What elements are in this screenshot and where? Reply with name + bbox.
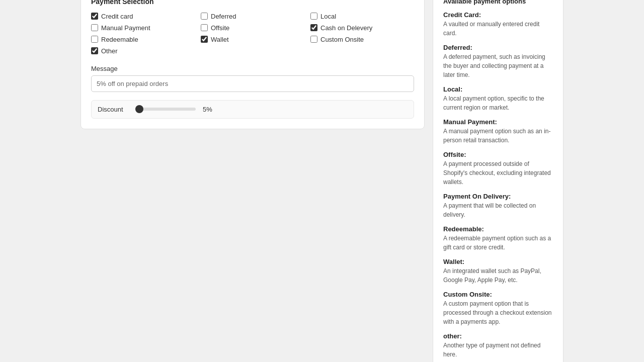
discount-label: Discount [98,106,130,113]
checkbox-label-deferred: Deferred [211,13,236,20]
checkbox-credit-card[interactable] [91,13,98,20]
slider-thumb[interactable] [135,105,143,113]
message-input[interactable] [91,75,414,92]
checkbox-item-offsite: Offsite [201,24,304,32]
checkbox-item-deferred: Deferred [201,13,304,20]
option-credit-card: Credit Card: A vaulted or manually enter… [443,11,553,38]
checkbox-other[interactable] [91,47,98,54]
option-desc-local: A local payment option, specific to the … [443,94,553,112]
right-card: Available payment options Credit Card: A… [433,0,564,362]
cards-row: Payment Selection Credit card Deferred [80,0,564,362]
checkbox-item-other: Other [91,47,195,55]
checkbox-item-wallet: Wallet [201,36,304,43]
option-name-wallet: Wallet: [443,258,553,265]
checkbox-item-custom-onsite: Custom Onsite [310,36,414,43]
page-container: ← Payment discount Deactive Update Payme… [0,0,644,362]
option-desc-other: Another type of payment not defined here… [443,341,553,359]
option-desc-payment-on-delivery: A payment that will be collected on deli… [443,201,553,219]
main-content: ← Payment discount Deactive Update Payme… [80,0,564,362]
option-desc-deferred: A deferred payment, such as invoicing th… [443,52,553,79]
checkbox-label-other: Other [101,47,118,55]
checkbox-item-credit-card: Credit card [91,13,195,20]
option-payment-on-delivery: Payment On Delivery: A payment that will… [443,193,553,219]
checkbox-item-redeemable: Redeemable [91,36,195,43]
option-desc-redeemable: A redeemable payment option such as a gi… [443,234,553,252]
message-label: Message [91,65,414,72]
left-card: Payment Selection Credit card Deferred [80,0,425,129]
checkbox-item-manual-payment: Manual Payment [91,24,195,32]
checkbox-label-credit-card: Credit card [101,13,133,20]
option-name-deferred: Deferred: [443,44,553,51]
discount-slider-track [135,108,196,111]
checkbox-label-cash-on-delivery: Cash on Delevery [320,24,372,32]
option-name-local: Local: [443,85,553,93]
option-name-redeemable: Redeemable: [443,225,553,233]
option-other: other: Another type of payment not defin… [443,332,553,359]
payment-selection-title: Payment Selection [91,0,414,6]
checkbox-offsite[interactable] [201,24,208,31]
checkbox-manual-payment[interactable] [91,24,98,31]
option-manual-payment: Manual Payment: A manual payment option … [443,118,553,145]
option-desc-manual-payment: A manual payment option such as an in-pe… [443,127,553,145]
checkbox-label-redeemable: Redeemable [101,36,138,43]
option-desc-credit-card: A vaulted or manually entered credit car… [443,20,553,38]
option-desc-wallet: An integrated wallet such as PayPal, Goo… [443,266,553,285]
checkbox-grid: Credit card Deferred Local [91,13,414,55]
checkbox-wallet[interactable] [201,36,208,43]
message-section: Message [91,65,414,92]
option-deferred: Deferred: A deferred payment, such as in… [443,44,553,79]
checkbox-local[interactable] [310,13,317,20]
checkbox-label-offsite: Offsite [211,24,229,32]
option-name-other: other: [443,332,553,340]
option-wallet: Wallet: An integrated wallet such as Pay… [443,258,553,285]
checkbox-custom-onsite[interactable] [310,36,317,43]
checkbox-label-local: Local [320,13,336,20]
discount-section: Discount 5% [91,100,414,119]
option-desc-custom-onsite: A custom payment option that is processe… [443,299,553,326]
option-name-credit-card: Credit Card: [443,11,553,19]
checkbox-cash-on-delivery[interactable] [310,24,317,31]
option-desc-offsite: A payment processed outside of Shopify's… [443,159,553,187]
checkbox-item-cash-on-delivery: Cash on Delevery [310,24,414,32]
option-offsite: Offsite: A payment processed outside of … [443,151,553,187]
option-name-payment-on-delivery: Payment On Delivery: [443,193,553,200]
available-options-title: Available payment options [443,0,553,5]
option-name-custom-onsite: Custom Onsite: [443,291,553,298]
checkbox-deferred[interactable] [201,13,208,20]
option-name-manual-payment: Manual Payment: [443,118,553,126]
checkbox-label-custom-onsite: Custom Onsite [320,36,364,43]
option-name-offsite: Offsite: [443,151,553,158]
discount-value: 5% [203,106,212,113]
checkbox-label-wallet: Wallet [211,36,229,43]
option-custom-onsite: Custom Onsite: A custom payment option t… [443,291,553,326]
option-local: Local: A local payment option, specific … [443,85,553,112]
checkbox-redeemable[interactable] [91,36,98,43]
option-redeemable: Redeemable: A redeemable payment option … [443,225,553,252]
checkbox-label-manual-payment: Manual Payment [101,24,150,32]
checkbox-item-local: Local [310,13,414,20]
